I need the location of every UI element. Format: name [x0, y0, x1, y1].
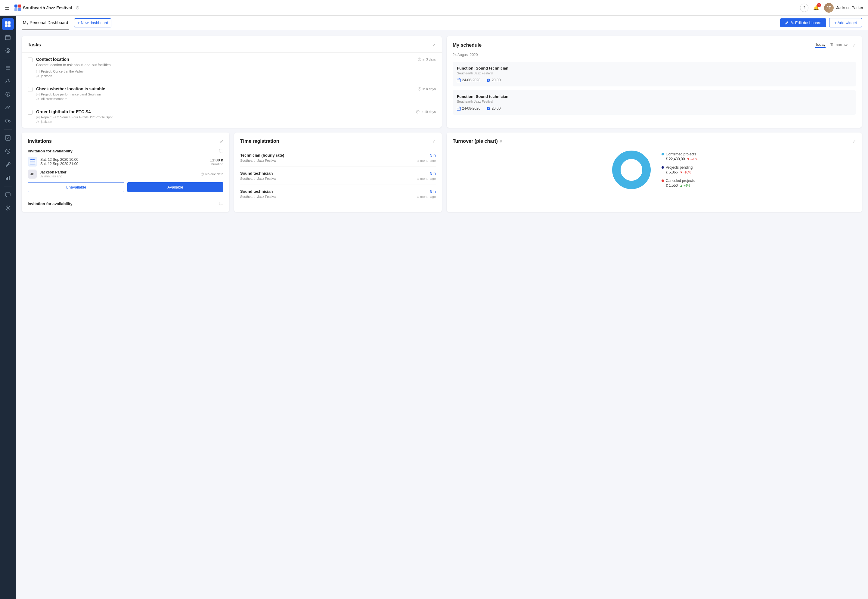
turnover-header: Turnover (pie chart) ⤢ [453, 138, 856, 144]
edit-dashboard-button[interactable]: ✎ Edit dashboard [780, 18, 826, 27]
person-icon [36, 120, 39, 123]
donut-chart [610, 149, 653, 191]
invitation-calendar-icon [28, 157, 37, 167]
sidebar-item-crew[interactable] [2, 101, 14, 114]
task-project-2: Project: Live performance band Soultrain [36, 92, 414, 96]
svg-rect-1 [18, 5, 21, 8]
time-reg-title: Time registration [240, 138, 279, 144]
calendar-small-icon [457, 78, 461, 82]
legend-change-canceled: ▲ +6% [680, 184, 690, 187]
legend-dot-canceled [662, 179, 664, 182]
sidebar-item-finance[interactable]: $ [2, 88, 14, 100]
time-item-hours-3: 5 h [430, 189, 436, 194]
schedule-expand-icon[interactable]: ⤢ [852, 43, 856, 48]
svg-rect-31 [9, 176, 10, 180]
turnover-expand-icon[interactable]: ⤢ [852, 139, 856, 144]
svg-rect-76 [219, 202, 223, 205]
svg-text:$: $ [7, 93, 8, 96]
user-menu[interactable]: JP Jackson Parker [824, 3, 863, 13]
invitation-times-1: Sat, 12 Sep 2020 10:00 Sat, 12 Sep 2020 … [41, 158, 207, 166]
tasks-card-header: Tasks ⤢ [22, 42, 442, 48]
task-title-1: Contact location [36, 57, 414, 62]
tab-tomorrow[interactable]: Tomorrow [830, 42, 847, 48]
turnover-card: Turnover (pie chart) ⤢ [447, 132, 862, 212]
tab-my-personal-dashboard[interactable]: My Personal Dashboard [22, 16, 69, 30]
svg-rect-69 [219, 149, 223, 152]
legend-change-pending: ▼ -10% [680, 170, 691, 174]
sidebar-item-tools[interactable] [2, 158, 14, 170]
svg-line-28 [8, 151, 9, 152]
svg-line-47 [419, 89, 420, 89]
sidebar-divider-2 [4, 129, 12, 129]
sidebar-item-list[interactable] [2, 62, 14, 74]
schedule-tabs: Today Tomorrow ⤢ [815, 42, 856, 48]
add-widget-button[interactable]: + Add widget [829, 18, 862, 27]
help-button[interactable]: ? [800, 4, 808, 12]
hamburger-icon[interactable]: ☰ [5, 5, 10, 11]
task-project-1: Project: Concert at the Valley [36, 69, 414, 73]
time-reg-expand-icon[interactable]: ⤢ [432, 139, 436, 144]
svg-point-13 [7, 50, 9, 51]
time-registration-card: Time registration ⤢ Technician (hourly r… [234, 132, 442, 212]
sidebar-item-messages[interactable] [2, 189, 14, 201]
main-content: My Personal Dashboard + New dashboard ✎ … [16, 16, 868, 218]
task-checkbox-3[interactable] [28, 110, 33, 115]
schedule-event-meta-2: 24-08-2020 20:00 [457, 106, 852, 110]
available-button[interactable]: Available [127, 182, 223, 192]
schedule-event-1: Function: Sound technician Southearth Ja… [453, 62, 856, 86]
time-item-ago-1: a month ago [417, 159, 436, 163]
task-checkbox-2[interactable] [28, 87, 33, 92]
sidebar-item-transport[interactable] [2, 115, 14, 127]
svg-rect-34 [36, 70, 39, 73]
invitation-user-avatar: JP [28, 170, 37, 179]
schedule-event-date-1: 24-08-2020 [457, 78, 481, 82]
time-reg-header: Time registration ⤢ [240, 138, 436, 144]
sidebar-item-reports[interactable] [2, 172, 14, 184]
sidebar-item-calendar[interactable] [2, 31, 14, 44]
list-item: Sound technician 5 h Southearth Jazz Fes… [240, 185, 436, 203]
svg-rect-30 [7, 177, 8, 180]
svg-rect-70 [30, 160, 35, 164]
notifications-button[interactable]: 🔔 1 [812, 4, 820, 12]
sidebar-item-tasks[interactable] [2, 132, 14, 144]
task-content-1: Contact location Contact location to ask… [36, 57, 414, 78]
time-icon [487, 107, 490, 110]
task-title-3: Order Lightbulb for ETC S4 [36, 109, 412, 114]
invitations-expand-icon[interactable]: ⤢ [220, 139, 223, 144]
svg-line-54 [418, 112, 419, 112]
schedule-event-sub-2: Southearth Jazz Festival [457, 100, 852, 103]
tab-today[interactable]: Today [815, 42, 826, 48]
sidebar-item-time[interactable] [2, 145, 14, 157]
legend-value-canceled: € 1,550 ▲ +6% [666, 184, 698, 188]
new-dashboard-button[interactable]: + New dashboard [74, 18, 111, 27]
tabbar: My Personal Dashboard + New dashboard ✎ … [16, 16, 868, 30]
schedule-date: 24 August 2020 [453, 53, 856, 57]
invitations-header: Invitations ⤢ [28, 138, 223, 144]
task-assignee-3: jackson [36, 120, 412, 123]
tasks-card: Tasks ⤢ Contact location Contact locatio… [22, 36, 442, 128]
svg-rect-0 [15, 5, 18, 8]
task-due-2: in 8 days [418, 87, 436, 91]
clock-small-icon [418, 57, 421, 61]
sidebar-item-projects[interactable] [2, 45, 14, 57]
sidebar-item-settings[interactable] [2, 202, 14, 214]
app-status-icon[interactable]: ⊙ [75, 5, 80, 11]
schedule-event-title-1: Function: Sound technician [457, 66, 852, 71]
invitation-duration-label: Duration [210, 163, 223, 166]
svg-point-23 [6, 122, 7, 123]
tasks-expand-icon[interactable]: ⤢ [432, 42, 436, 47]
sidebar-item-dashboard[interactable] [2, 18, 14, 30]
legend-label-canceled: Canceled projects [662, 179, 698, 183]
svg-point-37 [37, 75, 39, 76]
schedule-event-2: Function: Sound technician Southearth Ja… [453, 90, 856, 115]
invitations-card: Invitations ⤢ Invitation for availabilit… [22, 132, 229, 212]
unavailable-button[interactable]: Unavailable [28, 182, 124, 192]
invitation-block-title-2: Invitation for availability [28, 202, 223, 206]
app-logo: Southearth Jazz Festival [15, 5, 72, 11]
sidebar-item-users[interactable] [2, 75, 14, 87]
svg-rect-48 [36, 116, 39, 119]
task-checkbox-1[interactable] [28, 57, 33, 62]
task-assignee-2: All crew members [36, 97, 414, 101]
schedule-title: My schedule [453, 42, 482, 48]
time-item-header-1: Technician (hourly rate) 5 h [240, 153, 436, 158]
